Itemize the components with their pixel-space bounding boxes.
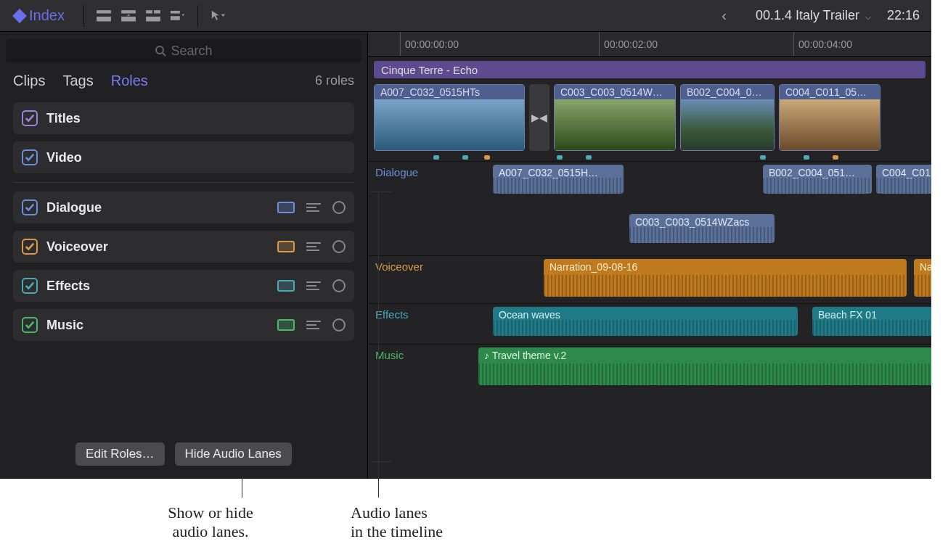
storyline-title-bar[interactable]: Cinque Terre - Echo xyxy=(374,61,925,78)
project-timecode: 22:16 xyxy=(878,8,924,23)
audio-clip[interactable]: Narration_09-08-16 xyxy=(544,259,907,297)
subroles-icon[interactable] xyxy=(306,242,321,251)
svg-rect-6 xyxy=(146,17,160,22)
svg-rect-1 xyxy=(97,17,111,22)
lane-toggle-icon[interactable] xyxy=(277,280,295,292)
divider xyxy=(83,5,84,27)
audio-clip[interactable]: C003_C003_0514WZacs xyxy=(629,214,775,243)
solo-icon[interactable] xyxy=(332,318,346,332)
role-checkbox[interactable] xyxy=(22,199,38,215)
tool-icons xyxy=(210,9,226,23)
clip-markers xyxy=(368,155,931,161)
role-label: Effects xyxy=(46,279,90,294)
layout-icon-2[interactable] xyxy=(120,9,136,23)
search-placeholder: Search xyxy=(171,44,212,59)
role-label: Music xyxy=(46,318,83,333)
role-item-video[interactable]: Video xyxy=(13,141,354,173)
index-label: Index xyxy=(29,7,65,24)
toolbar: Index ‹ 00.1.4 Italy Trailer ⌵ 22:16 xyxy=(0,0,931,32)
svg-rect-4 xyxy=(146,10,152,13)
audio-lanes: Dialogue A007_C032_0515H… B002_C004_051…… xyxy=(368,161,931,392)
audio-clip[interactable]: ♪ Travel theme v.2 xyxy=(478,347,931,385)
timeline[interactable]: 00:00:00:00 00:00:02:00 00:00:04:00 Cinq… xyxy=(368,32,931,479)
svg-rect-5 xyxy=(154,10,160,13)
chevron-down-icon: ⌵ xyxy=(865,10,871,22)
annotation-line xyxy=(370,192,392,192)
solo-icon[interactable] xyxy=(332,279,346,292)
audio-clip[interactable]: C004_C011_05… xyxy=(876,165,931,194)
video-clip[interactable]: A007_C032_0515HTs xyxy=(374,84,525,151)
roles-count: 6 roles xyxy=(315,73,354,88)
role-item-titles[interactable]: Titles xyxy=(13,102,354,134)
role-item-music[interactable]: Music xyxy=(13,309,354,341)
index-button[interactable]: Index xyxy=(7,4,72,27)
project-title-menu[interactable]: 00.1.4 Italy Trailer ⌵ xyxy=(756,8,871,23)
video-clip[interactable]: C004_C011_05… xyxy=(779,84,880,151)
svg-point-9 xyxy=(156,46,163,54)
hide-audio-lanes-button[interactable]: Hide Audio Lanes xyxy=(175,442,292,466)
role-checkbox[interactable] xyxy=(22,110,38,126)
solo-icon[interactable] xyxy=(332,240,346,253)
solo-icon[interactable] xyxy=(332,201,346,214)
role-label: Titles xyxy=(46,111,81,126)
svg-rect-0 xyxy=(97,10,111,13)
audio-clip[interactable]: B002_C004_051… xyxy=(763,165,872,194)
back-button[interactable]: ‹ xyxy=(700,7,748,24)
lane-toggle-icon[interactable] xyxy=(277,319,295,331)
music-icon: ♪ xyxy=(484,350,492,361)
annotation-line xyxy=(378,192,379,498)
time-ruler[interactable]: 00:00:00:00 00:00:02:00 00:00:04:00 xyxy=(368,32,931,57)
annotation-line xyxy=(242,476,242,498)
tab-tags[interactable]: Tags xyxy=(62,73,93,89)
annotation-line xyxy=(370,461,392,462)
svg-rect-2 xyxy=(121,10,136,13)
lane-effects: Effects Ocean waves Beach FX 01 xyxy=(368,303,931,344)
annotation-right: Audio lanes in the timeline xyxy=(351,503,539,541)
subroles-icon[interactable] xyxy=(306,321,321,329)
role-checkbox[interactable] xyxy=(22,149,38,165)
audio-clip[interactable]: Beach FX 01 xyxy=(812,307,931,336)
lane-toggle-icon[interactable] xyxy=(277,202,295,213)
role-item-voiceover[interactable]: Voiceover xyxy=(13,231,354,263)
clip-label: B002_C004_0… xyxy=(681,85,774,99)
role-checkbox[interactable] xyxy=(22,278,38,294)
tab-roles[interactable]: Roles xyxy=(111,73,148,89)
svg-rect-8 xyxy=(171,16,180,20)
pointer-tool-icon[interactable] xyxy=(210,9,226,23)
video-clip[interactable]: B002_C004_0… xyxy=(680,84,775,151)
layout-icon-4[interactable] xyxy=(170,9,186,23)
lane-dialogue: Dialogue A007_C032_0515H… B002_C004_051…… xyxy=(368,161,931,255)
tab-clips[interactable]: Clips xyxy=(13,73,45,89)
lane-toggle-icon[interactable] xyxy=(277,241,295,252)
clip-label: C003_C003_0514W… xyxy=(555,85,675,99)
annotation-left: Show or hide audio lanes. xyxy=(116,503,305,541)
svg-rect-3 xyxy=(121,17,136,22)
role-item-dialogue[interactable]: Dialogue xyxy=(13,192,354,223)
search-input[interactable]: Search xyxy=(6,39,361,62)
svg-rect-7 xyxy=(171,11,180,14)
index-tabs: Clips Tags Roles 6 roles xyxy=(0,67,367,98)
ruler-mark: 00:00:04:00 xyxy=(793,32,852,56)
clip-label: A007_C032_0515HTs xyxy=(375,85,524,99)
storyline-title: Cinque Terre - Echo xyxy=(381,64,478,76)
role-item-effects[interactable]: Effects xyxy=(13,270,354,302)
role-checkbox[interactable] xyxy=(22,317,38,333)
primary-video-track: A007_C032_0515HTs ▶◀ C003_C003_0514W… B0… xyxy=(368,81,931,155)
svg-line-10 xyxy=(163,53,166,56)
layout-icon-3[interactable] xyxy=(145,9,161,23)
audio-clip[interactable]: Narration_0 xyxy=(914,259,931,297)
app-window: Index ‹ 00.1.4 Italy Trailer ⌵ 22:16 Sea… xyxy=(0,0,931,479)
sidebar-footer: Edit Roles… Hide Audio Lanes xyxy=(0,432,367,479)
audio-clip[interactable]: Ocean waves xyxy=(493,307,798,336)
role-label: Voiceover xyxy=(46,239,108,255)
lane-music: Music ♪ Travel theme v.2 xyxy=(368,344,931,392)
edit-roles-button[interactable]: Edit Roles… xyxy=(75,442,164,466)
video-clip[interactable]: C003_C003_0514W… xyxy=(554,84,676,151)
index-sidebar: Search Clips Tags Roles 6 roles Titles V… xyxy=(0,32,368,479)
transition-icon[interactable]: ▶◀ xyxy=(529,84,549,151)
subroles-icon[interactable] xyxy=(306,203,321,212)
role-checkbox[interactable] xyxy=(22,239,38,255)
subroles-icon[interactable] xyxy=(306,281,321,290)
audio-clip[interactable]: A007_C032_0515H… xyxy=(493,165,624,194)
layout-icon-1[interactable] xyxy=(96,9,112,23)
